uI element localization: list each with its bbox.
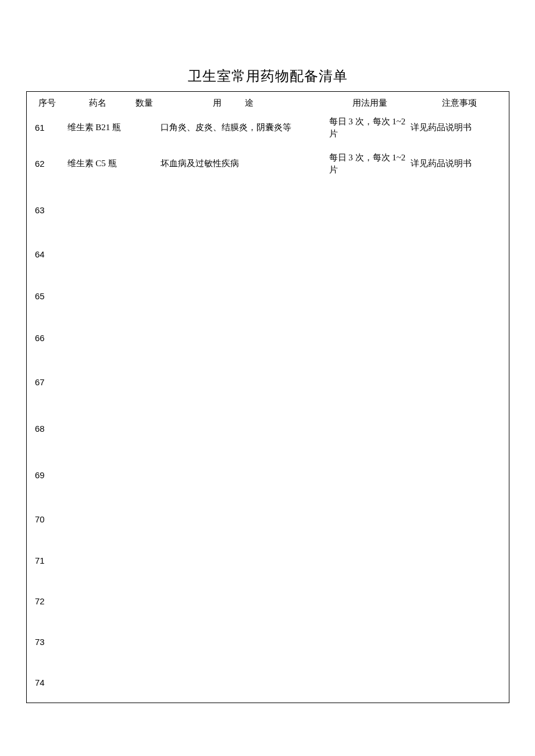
- cell-name: 维生素 B21 瓶: [67, 115, 129, 141]
- cell-name: 维生素 C5 瓶: [67, 141, 129, 187]
- cell-use: [160, 662, 329, 703]
- cell-seq: 64: [27, 234, 67, 275]
- cell-dose: [329, 540, 411, 581]
- cell-name: [67, 317, 129, 359]
- cell-note: [411, 499, 509, 540]
- cell-dose: [329, 406, 411, 452]
- cell-seq: 63: [27, 187, 67, 234]
- cell-seq: 73: [27, 622, 67, 662]
- cell-name: [67, 499, 129, 540]
- cell-qty: [129, 406, 160, 452]
- cell-dose: [329, 317, 411, 359]
- table-row: 64: [27, 234, 509, 275]
- cell-qty: [129, 141, 160, 187]
- cell-name: [67, 275, 129, 317]
- cell-use: [160, 234, 329, 275]
- cell-use: [160, 581, 329, 622]
- cell-name: [67, 187, 129, 234]
- cell-use: 坏血病及过敏性疾病: [160, 141, 329, 187]
- table-row: 65: [27, 275, 509, 317]
- cell-note: 详见药品说明书: [411, 115, 509, 141]
- cell-dose: [329, 622, 411, 662]
- cell-note: [411, 359, 509, 406]
- cell-use: [160, 187, 329, 234]
- cell-use: [160, 540, 329, 581]
- cell-qty: [129, 622, 160, 662]
- cell-qty: [129, 581, 160, 622]
- cell-seq: 62: [27, 141, 67, 187]
- page-title: 卫生室常用药物配备清单: [26, 67, 509, 85]
- cell-seq: 67: [27, 359, 67, 406]
- cell-note: [411, 406, 509, 452]
- cell-seq: 74: [27, 662, 67, 703]
- cell-use: [160, 622, 329, 662]
- header-seq: 序号: [27, 92, 67, 115]
- cell-note: [411, 452, 509, 499]
- cell-use: [160, 359, 329, 406]
- cell-name: [67, 359, 129, 406]
- cell-use: [160, 317, 329, 359]
- cell-name: [67, 540, 129, 581]
- cell-seq: 68: [27, 406, 67, 452]
- cell-dose: [329, 187, 411, 234]
- cell-name: [67, 622, 129, 662]
- cell-name: [67, 662, 129, 703]
- cell-seq: 71: [27, 540, 67, 581]
- cell-seq: 61: [27, 115, 67, 141]
- cell-use: [160, 406, 329, 452]
- cell-dose: [329, 359, 411, 406]
- cell-use: [160, 452, 329, 499]
- table-row: 74: [27, 662, 509, 703]
- table-row: 66: [27, 317, 509, 359]
- cell-qty: [129, 187, 160, 234]
- table-row: 62 维生素 C5 瓶 坏血病及过敏性疾病 每日 3 次，每次 1~2 片 详见…: [27, 141, 509, 187]
- cell-qty: [129, 275, 160, 317]
- cell-qty: [129, 499, 160, 540]
- cell-seq: 65: [27, 275, 67, 317]
- cell-use: [160, 499, 329, 540]
- table-row: 61 维生素 B21 瓶 口角炎、皮炎、结膜炎，阴囊炎等 每日 3 次，每次 1…: [27, 115, 509, 141]
- cell-qty: [129, 317, 160, 359]
- document-page: 卫生室常用药物配备清单 序号 药名 数量 用途 用法用量 注意事项 61 维生素…: [0, 0, 535, 703]
- cell-note: [411, 234, 509, 275]
- cell-qty: [129, 359, 160, 406]
- cell-use: 口角炎、皮炎、结膜炎，阴囊炎等: [160, 115, 329, 141]
- cell-use: [160, 275, 329, 317]
- cell-note: [411, 622, 509, 662]
- table-row: 73: [27, 622, 509, 662]
- table-row: 63: [27, 187, 509, 234]
- header-note: 注意事项: [411, 92, 509, 115]
- cell-note: [411, 662, 509, 703]
- cell-note: [411, 581, 509, 622]
- table-header-row: 序号 药名 数量 用途 用法用量 注意事项: [27, 92, 509, 115]
- cell-note: [411, 317, 509, 359]
- cell-qty: [129, 115, 160, 141]
- cell-dose: [329, 452, 411, 499]
- cell-seq: 72: [27, 581, 67, 622]
- cell-note: [411, 275, 509, 317]
- cell-qty: [129, 452, 160, 499]
- cell-name: [67, 406, 129, 452]
- table-row: 72: [27, 581, 509, 622]
- cell-note: 详见药品说明书: [411, 141, 509, 187]
- header-use: 用途: [160, 92, 329, 115]
- cell-dose: [329, 581, 411, 622]
- cell-name: [67, 452, 129, 499]
- cell-dose: [329, 662, 411, 703]
- table-row: 67: [27, 359, 509, 406]
- cell-dose: [329, 275, 411, 317]
- table-row: 68: [27, 406, 509, 452]
- cell-dose: [329, 234, 411, 275]
- table-row: 71: [27, 540, 509, 581]
- cell-name: [67, 581, 129, 622]
- cell-dose: 每日 3 次，每次 1~2 片: [329, 141, 411, 187]
- cell-qty: [129, 662, 160, 703]
- cell-seq: 70: [27, 499, 67, 540]
- cell-dose: 每日 3 次，每次 1~2 片: [329, 115, 411, 141]
- cell-seq: 69: [27, 452, 67, 499]
- header-name: 药名: [67, 92, 129, 115]
- medicine-table: 序号 药名 数量 用途 用法用量 注意事项 61 维生素 B21 瓶 口角炎、皮…: [26, 91, 509, 703]
- cell-qty: [129, 234, 160, 275]
- header-dose: 用法用量: [329, 92, 411, 115]
- cell-note: [411, 187, 509, 234]
